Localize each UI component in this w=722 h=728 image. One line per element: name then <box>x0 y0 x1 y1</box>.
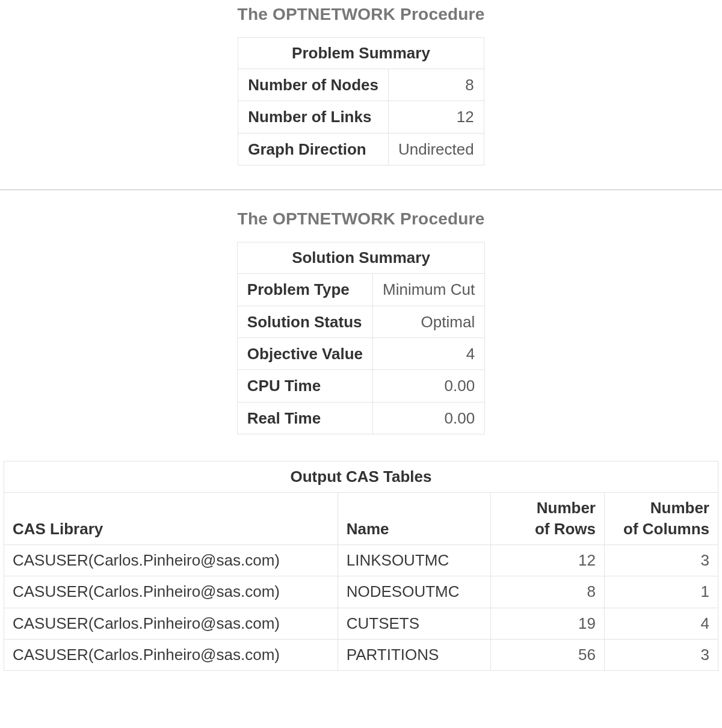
table-row: CASUSER(Carlos.Pinheiro@sas.com) NODESOU… <box>4 576 718 608</box>
row-label: Problem Type <box>237 274 372 306</box>
row-value: 0.00 <box>373 370 485 402</box>
procedure-title-2: The OPTNETWORK Procedure <box>0 209 722 229</box>
table-row: CPU Time 0.00 <box>237 370 484 402</box>
row-value: 4 <box>373 338 485 369</box>
cell-rows: 19 <box>491 608 605 639</box>
section-divider <box>0 190 722 190</box>
row-label: Number of Links <box>238 101 389 133</box>
solution-summary-caption: Solution Summary <box>237 242 485 273</box>
table-header-row: CAS Library Name Numberof Rows Numberof … <box>4 493 718 545</box>
output-cas-tables-caption: Output CAS Tables <box>4 461 718 492</box>
cell-name: NODESOUTMC <box>338 576 490 608</box>
cell-cols: 3 <box>605 545 718 576</box>
cell-cas-library: CASUSER(Carlos.Pinheiro@sas.com) <box>4 576 338 608</box>
cell-cas-library: CASUSER(Carlos.Pinheiro@sas.com) <box>4 639 338 670</box>
cell-rows: 8 <box>491 576 605 608</box>
page: The OPTNETWORK Procedure Problem Summary… <box>0 5 722 671</box>
cell-cas-library: CASUSER(Carlos.Pinheiro@sas.com) <box>4 545 338 576</box>
cell-rows: 12 <box>491 545 605 576</box>
row-value: Minimum Cut <box>373 274 485 306</box>
row-value: Optimal <box>373 306 485 338</box>
cell-cols: 3 <box>605 639 718 670</box>
cell-rows: 56 <box>491 639 605 670</box>
row-label: Real Time <box>237 402 372 434</box>
table-row: Objective Value 4 <box>237 338 484 369</box>
table-row: CASUSER(Carlos.Pinheiro@sas.com) PARTITI… <box>4 639 718 670</box>
col-header-name: Name <box>338 493 490 545</box>
row-label: CPU Time <box>237 370 372 402</box>
table-row: Solution Status Optimal <box>237 306 484 338</box>
col-header-number-of-columns: Numberof Columns <box>605 493 718 545</box>
row-value: Undirected <box>388 133 484 165</box>
row-label: Graph Direction <box>238 133 389 165</box>
cell-name: PARTITIONS <box>338 639 490 670</box>
cell-name: LINKSOUTMC <box>338 545 490 576</box>
col-header-number-of-rows: Numberof Rows <box>491 493 605 545</box>
row-label: Solution Status <box>237 306 372 338</box>
col-header-cas-library: CAS Library <box>4 493 338 545</box>
table-row: Real Time 0.00 <box>237 402 484 434</box>
row-value: 12 <box>388 101 484 133</box>
row-label: Number of Nodes <box>238 69 389 101</box>
table-row: Number of Links 12 <box>238 101 484 133</box>
procedure-title-1: The OPTNETWORK Procedure <box>0 5 722 24</box>
cell-cols: 1 <box>605 576 718 608</box>
output-cas-tables: Output CAS Tables CAS Library Name Numbe… <box>4 461 718 671</box>
problem-summary-table: Problem Summary Number of Nodes 8 Number… <box>238 37 484 165</box>
cell-cols: 4 <box>605 608 718 639</box>
table-row: Number of Nodes 8 <box>238 69 484 101</box>
row-value: 0.00 <box>373 402 485 434</box>
table-row: CASUSER(Carlos.Pinheiro@sas.com) LINKSOU… <box>4 545 718 576</box>
table-row: Problem Type Minimum Cut <box>237 274 484 306</box>
row-label: Objective Value <box>237 338 372 369</box>
table-row: Graph Direction Undirected <box>238 133 484 165</box>
problem-summary-caption: Problem Summary <box>238 37 484 69</box>
row-value: 8 <box>388 69 484 101</box>
cell-name: CUTSETS <box>338 608 490 639</box>
cell-cas-library: CASUSER(Carlos.Pinheiro@sas.com) <box>4 608 338 639</box>
solution-summary-table: Solution Summary Problem Type Minimum Cu… <box>237 242 485 434</box>
table-row: CASUSER(Carlos.Pinheiro@sas.com) CUTSETS… <box>4 608 718 639</box>
